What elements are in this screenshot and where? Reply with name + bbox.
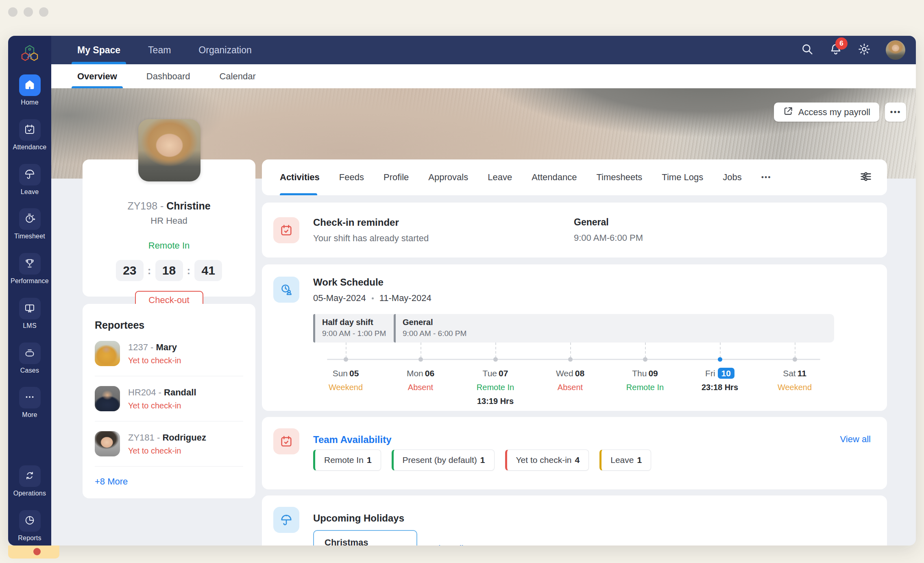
- reportee-avatar: [95, 386, 120, 411]
- window-controls[interactable]: [8, 7, 48, 17]
- sidebar-item-more[interactable]: More: [8, 387, 51, 419]
- employee-id-name: ZY198 - Christine: [83, 200, 255, 212]
- activity-tabs-card: Activities Feeds Profile Approvals Leave…: [262, 159, 887, 195]
- reportee-status: Yet to check-in: [128, 356, 181, 365]
- window-minimize-button[interactable]: [24, 7, 33, 17]
- reportees-card: Reportees 1237 - Mary Yet to check-in HR…: [83, 304, 255, 498]
- tab-time-logs[interactable]: Time Logs: [662, 159, 703, 195]
- holiday-item[interactable]: Christmas 25 - Dec, Wednesday: [313, 530, 417, 546]
- employee-photo: [138, 119, 200, 181]
- window-zoom-button[interactable]: [39, 7, 48, 17]
- day-hours: 13:19 Hrs: [458, 397, 533, 406]
- tab-overview[interactable]: Overview: [77, 64, 117, 88]
- work-schedule-card: Work Schedule 05-May-202411-May-2024 Hal…: [262, 264, 887, 411]
- reportee-id-name: HR204 - Randall: [128, 387, 196, 398]
- day-hours: 23:18 Hrs: [682, 383, 757, 392]
- reportee-row[interactable]: 1237 - Mary Yet to check-in: [95, 331, 243, 376]
- primary-nav-tabs: My Space Team Organization: [76, 36, 279, 64]
- tab-jobs[interactable]: Jobs: [723, 159, 741, 195]
- tab-feeds[interactable]: Feeds: [339, 159, 364, 195]
- reportee-status: Yet to check-in: [128, 446, 206, 456]
- day-fri-today[interactable]: Fri10 23:18 Hrs: [682, 343, 757, 392]
- team-availability-title[interactable]: Team Availability: [313, 434, 392, 445]
- notifications-bell-icon[interactable]: 6: [829, 42, 843, 58]
- sidebar-item-reports[interactable]: Reports: [8, 510, 51, 542]
- tab-leave[interactable]: Leave: [488, 159, 512, 195]
- day-sat[interactable]: Sat11 Weekend: [757, 343, 832, 392]
- tab-timesheets[interactable]: Timesheets: [596, 159, 642, 195]
- shift-bar: Half day shift 9:00 AM - 1:00 PM General…: [313, 314, 834, 343]
- settings-gear-icon[interactable]: [857, 42, 871, 58]
- week-timeline: Sun05 Weekend Mon06 Absent Tue07 Remote …: [313, 343, 834, 420]
- reportee-row[interactable]: HR204 - Randall Yet to check-in: [95, 376, 243, 421]
- tab-approvals[interactable]: Approvals: [428, 159, 468, 195]
- window-close-button[interactable]: [8, 7, 17, 17]
- tab-team[interactable]: Team: [147, 36, 172, 64]
- banner-more-button[interactable]: •••: [885, 103, 906, 122]
- user-avatar[interactable]: [886, 40, 905, 60]
- shift-segment[interactable]: General 9:00 AM - 6:00 PM: [394, 314, 466, 343]
- access-payroll-button[interactable]: Access my payroll: [774, 103, 879, 122]
- reportee-id-name: 1237 - Mary: [128, 342, 181, 353]
- shift-name: General: [574, 217, 643, 228]
- reportee-id-name: ZY181 - Rodriguez: [128, 432, 206, 443]
- sidebar-item-lms[interactable]: LMS: [8, 298, 51, 330]
- timer-minutes: 18: [155, 260, 183, 281]
- top-navigation-bar: My Space Team Organization 6: [51, 36, 916, 64]
- timer-hours: 23: [116, 260, 144, 281]
- case-box-icon: [24, 347, 36, 360]
- sidebar-item-cases[interactable]: Cases: [8, 343, 51, 374]
- day-mon[interactable]: Mon06 Absent: [383, 343, 458, 392]
- tab-dashboard[interactable]: Dashboard: [146, 64, 190, 88]
- sidebar-item-performance[interactable]: Performance: [8, 253, 51, 285]
- book-monitor-icon: [24, 302, 36, 316]
- sidebar-item-label: Timesheet: [8, 233, 51, 240]
- tab-calendar[interactable]: Calendar: [219, 64, 255, 88]
- sidebar-item-leave[interactable]: Leave: [8, 164, 51, 196]
- day-sun[interactable]: Sun05 Weekend: [308, 343, 383, 392]
- day-tue[interactable]: Tue07 Remote In 13:19 Hrs: [458, 343, 533, 406]
- holidays-view-all-link[interactable]: View all: [433, 543, 463, 546]
- app-window: Home Attendance Leave Timesheet Performa: [8, 36, 916, 546]
- availability-calendar-icon: [273, 428, 299, 454]
- umbrella-icon: [24, 168, 36, 182]
- team-availability-card: Team Availability View all Remote In1 Pr…: [262, 417, 887, 489]
- secondary-nav-tabs: Overview Dashboard Calendar: [51, 64, 916, 88]
- search-icon[interactable]: [800, 42, 814, 58]
- sidebar-item-timesheet[interactable]: Timesheet: [8, 208, 51, 240]
- sidebar-item-label: LMS: [8, 322, 51, 330]
- day-wed[interactable]: Wed08 Absent: [533, 343, 608, 392]
- sidebar-item-home[interactable]: Home: [8, 74, 51, 106]
- chip-present[interactable]: Present (by default)1: [392, 450, 495, 471]
- schedule-clock-person-icon: [273, 277, 299, 303]
- team-view-all-link[interactable]: View all: [840, 434, 871, 445]
- chip-remote-in[interactable]: Remote In1: [313, 450, 381, 471]
- chip-leave[interactable]: Leave1: [599, 450, 651, 471]
- sidebar-item-operations[interactable]: Operations: [8, 465, 51, 497]
- reportees-more-link[interactable]: +8 More: [95, 476, 243, 487]
- shift-segment[interactable]: Half day shift 9:00 AM - 1:00 PM: [313, 314, 391, 343]
- checkin-reminder-card: Check-in reminder Your shift has already…: [262, 203, 887, 257]
- holiday-name: Christmas: [325, 537, 416, 546]
- tab-organization[interactable]: Organization: [198, 36, 252, 64]
- upcoming-holidays-card: Upcoming Holidays Christmas 25 - Dec, We…: [262, 495, 887, 546]
- reminder-calendar-icon: [273, 217, 299, 243]
- filter-sliders-icon[interactable]: [859, 170, 872, 185]
- tabs-overflow-icon[interactable]: •••: [761, 159, 771, 195]
- trophy-icon: [24, 257, 36, 271]
- reportee-row[interactable]: ZY181 - Rodriguez Yet to check-in: [95, 421, 243, 467]
- day-thu[interactable]: Thu09 Remote In: [608, 343, 682, 392]
- app-logo-icon[interactable]: [18, 43, 41, 66]
- tab-my-space[interactable]: My Space: [76, 36, 121, 64]
- bottom-toast-peek: [8, 546, 59, 559]
- holiday-umbrella-icon: [273, 507, 299, 533]
- sidebar-item-attendance[interactable]: Attendance: [8, 119, 51, 151]
- chip-yet-to-check-in[interactable]: Yet to check-in4: [505, 450, 589, 471]
- topbar-actions: 6: [800, 40, 916, 60]
- tab-attendance[interactable]: Attendance: [532, 159, 577, 195]
- stopwatch-icon: [24, 212, 36, 226]
- sidebar-item-label: Leave: [8, 188, 51, 196]
- tab-profile[interactable]: Profile: [384, 159, 409, 195]
- tab-activities[interactable]: Activities: [280, 159, 320, 195]
- work-timer: 23 : 18 : 41: [83, 260, 255, 281]
